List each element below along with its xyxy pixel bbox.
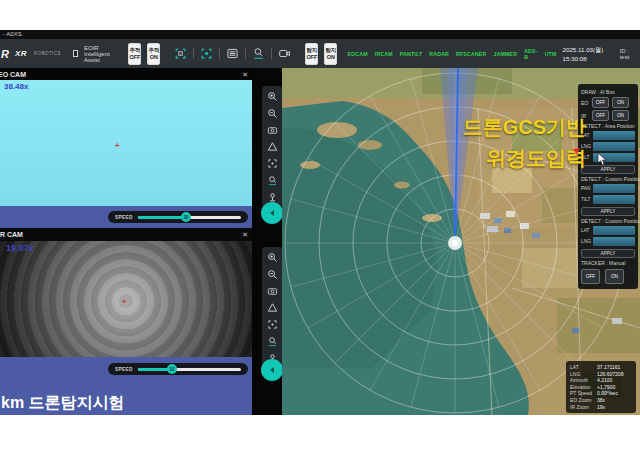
menu-item-ircam[interactable]: IRCAM: [375, 51, 393, 57]
area-lng-input[interactable]: [593, 142, 635, 151]
divider: [193, 48, 194, 59]
telemetry-box: LAT37.171161 LNG126.607208 Azimuth4.2100…: [566, 361, 636, 413]
ir-cam-footer: SPEED 10: [0, 357, 252, 415]
brand-name: XR: [15, 49, 27, 58]
window-title: - A0XS: [3, 31, 22, 37]
tracker-title: TRACKER : Manual: [581, 260, 635, 266]
custom2-apply-button[interactable]: APPLY: [581, 249, 635, 258]
assist-label: EOIR Intelligent Assist: [84, 45, 122, 63]
divider: [271, 48, 272, 59]
track-off-button[interactable]: 추적 OFF: [128, 43, 141, 65]
draw-ir-on-button[interactable]: ON: [612, 110, 629, 121]
menu-item-rfscaner[interactable]: RFSCANER: [456, 51, 486, 57]
eo-zoom-value: 38.48x: [4, 82, 28, 91]
main-toolbar: R XR ROBOTICS EOIR Intelligent Assist 추적…: [0, 39, 640, 68]
slider-thumb[interactable]: 10: [167, 364, 177, 374]
zoom-in-icon[interactable]: [267, 91, 278, 102]
ir-cam-toolstrip: [262, 247, 282, 369]
area-alt-input[interactable]: [593, 153, 635, 162]
lng-value: 126.607208: [597, 371, 632, 378]
draw-section-title: DRAW : AI Box: [581, 89, 635, 95]
detect-on-button[interactable]: 탐지 ON: [324, 43, 337, 65]
menu-item-radar[interactable]: RADAR: [429, 51, 449, 57]
custom-apply-button[interactable]: APPLY: [581, 207, 635, 216]
digital-zoom-icon[interactable]: [267, 175, 278, 186]
tracker-row: OFF ON: [581, 269, 635, 284]
slider-track[interactable]: 20: [138, 216, 241, 219]
list-icon[interactable]: [226, 47, 239, 60]
elevation-value: +1.7900: [597, 384, 632, 391]
digital-zoom-icon[interactable]: [267, 336, 278, 347]
draw-ir-off-button[interactable]: OFF: [592, 110, 609, 121]
custom-pan-input[interactable]: [593, 184, 635, 193]
focus-frame-icon[interactable]: [174, 47, 187, 60]
brand-sub: ROBOTICS: [34, 51, 61, 56]
eo-cam-footer: SPEED 20: [0, 206, 252, 228]
target-lock-icon[interactable]: [200, 47, 213, 60]
zoom-tool-icon[interactable]: [252, 47, 265, 60]
eo-cam-toolstrip: [262, 86, 282, 208]
zoom-in-icon[interactable]: [267, 252, 278, 263]
tracker-on-button[interactable]: ON: [605, 269, 624, 284]
camera-icon[interactable]: [267, 286, 278, 297]
detect-custom-title: DETECT : Custom Position: [581, 176, 635, 182]
collapse-handle-button[interactable]: [261, 359, 283, 381]
datetime-display: 2025.11.03(월) 15:30:08: [563, 46, 606, 62]
app-root: - A0XS R XR ROBOTICS EOIR Intelligent As…: [0, 0, 640, 450]
divider: [219, 48, 220, 59]
close-icon[interactable]: ✕: [242, 71, 248, 78]
sensor-menu: EOCAM IRCAM PANTILT RADAR RFSCANER JAMME…: [347, 48, 556, 60]
ir-zoom-value: 19.07x: [6, 243, 34, 253]
area-apply-button[interactable]: APPLY: [581, 165, 635, 174]
right-control-panel: DRAW : AI Box EO OFF ON IR OFF ON DETECT…: [578, 84, 638, 289]
menu-item-utm[interactable]: UTM: [545, 51, 557, 57]
track-on-button[interactable]: 추적 ON: [147, 43, 160, 65]
chevron-left-icon: [270, 210, 274, 216]
custom-tilt-input[interactable]: [593, 195, 635, 204]
logo-icon: R: [1, 48, 9, 60]
eo-cam-title: EO CAM: [0, 71, 26, 78]
camera-icon[interactable]: [267, 125, 278, 136]
divider: [245, 48, 246, 59]
eo-cam-panel: EO CAM ✕ 38.48x + SPEED 20: [0, 68, 252, 228]
focus-area-icon[interactable]: [267, 158, 278, 169]
zoom-out-icon[interactable]: [267, 108, 278, 119]
menu-item-adsb[interactable]: ADS-B: [524, 48, 537, 60]
lat-value: 37.171161: [597, 364, 632, 371]
crosshair-icon: +: [115, 142, 120, 150]
ir-cam-video[interactable]: 19.07x +: [0, 241, 252, 357]
detect-off-button[interactable]: 탐지 OFF: [305, 43, 318, 65]
toolbar-icon-group: [174, 47, 291, 60]
menu-item-eocam[interactable]: EOCAM: [347, 51, 367, 57]
menu-item-jammer[interactable]: JAMMER: [493, 51, 517, 57]
draw-eo-off-button[interactable]: OFF: [592, 97, 609, 108]
ir-zoom-value: 19x: [597, 404, 632, 411]
crosshair-icon: +: [122, 298, 127, 306]
eo-speed-slider: SPEED 20: [108, 211, 248, 223]
close-icon[interactable]: ✕: [242, 231, 248, 238]
draw-eo-on-button[interactable]: ON: [612, 97, 629, 108]
pt-speed-value: 0.00°/sec: [597, 390, 632, 397]
draw-ir-row: IR OFF ON: [581, 110, 635, 121]
collapse-handle-button[interactable]: [261, 202, 283, 224]
slider-track[interactable]: 10: [138, 368, 241, 371]
detect-area-title: DETECT : Area Position: [581, 123, 635, 129]
slider-thumb[interactable]: 20: [181, 212, 191, 222]
eo-cam-video[interactable]: 38.48x +: [0, 80, 252, 206]
menu-item-pantilt[interactable]: PANTILT: [400, 51, 423, 57]
user-id: ID : test: [620, 48, 633, 60]
azimuth-value: 4.2100: [597, 377, 632, 384]
custom2-lat-input[interactable]: [593, 226, 635, 235]
custom2-lng-input[interactable]: [593, 237, 635, 246]
draw-eo-row: EO OFF ON: [581, 97, 635, 108]
area-lat-input[interactable]: [593, 131, 635, 140]
zoom-out-icon[interactable]: [267, 269, 278, 280]
assist-checkbox[interactable]: [73, 50, 78, 57]
warning-triangle-icon[interactable]: [267, 141, 278, 152]
tracker-off-button[interactable]: OFF: [581, 269, 600, 284]
ir-cam-panel: IR CAM ✕ 19.07x + SPEED 10: [0, 228, 252, 415]
focus-area-icon[interactable]: [267, 319, 278, 330]
ir-speed-slider: SPEED 10: [108, 363, 248, 375]
warning-triangle-icon[interactable]: [267, 302, 278, 313]
video-display-icon[interactable]: [278, 47, 291, 60]
